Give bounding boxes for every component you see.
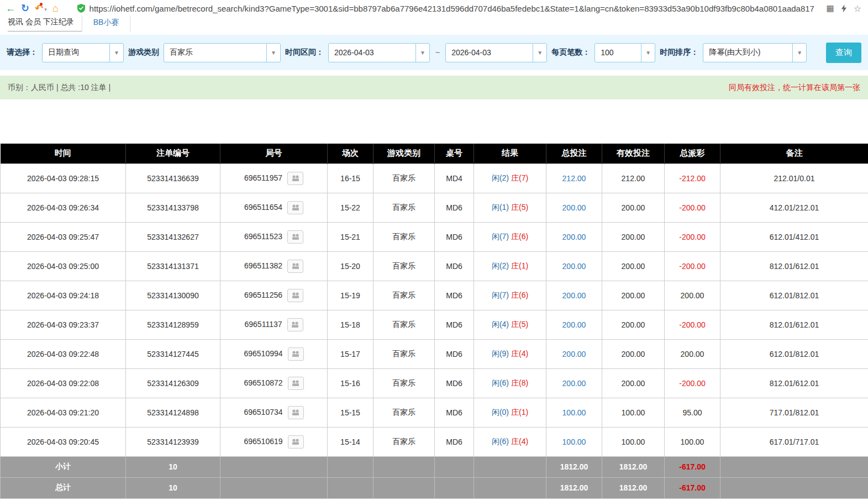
- table-row: 2026-04-03 09:25:00 523314131371 6965113…: [1, 251, 868, 281]
- toolbar-right-icons: ▦ ☆: [826, 3, 862, 14]
- cell-session: 15-17: [328, 339, 373, 368]
- cell-game-type: 百家乐: [373, 339, 435, 368]
- cell-result: 闲(4)庄(5): [474, 310, 546, 339]
- breadcrumb[interactable]: 视讯 会员 下注纪录: [8, 17, 82, 31]
- date-from-input[interactable]: 2026-04-03 ▼: [328, 43, 430, 62]
- undo-button[interactable]: ↶ ▾: [35, 3, 47, 13]
- cell-table-no: MD6: [435, 310, 474, 339]
- sort-select[interactable]: 降幂(由大到小) ▼: [703, 43, 807, 62]
- video-replay-button[interactable]: [288, 435, 304, 449]
- cell-remark: 812.01/612.01: [720, 310, 868, 339]
- total-bet-link[interactable]: 200.00: [562, 320, 586, 329]
- result-banker: 庄(1): [511, 408, 528, 416]
- sort-label: 时间排序：: [660, 48, 698, 57]
- cell-round-id: 696510619: [220, 427, 328, 456]
- total-bet-link[interactable]: 200.00: [562, 203, 586, 212]
- video-replay-button[interactable]: [287, 289, 303, 302]
- cell-session: 16-15: [328, 164, 373, 193]
- cell-valid-bet: 200.00: [602, 251, 665, 281]
- total-bet-link[interactable]: 100.00: [562, 408, 586, 417]
- table-footer: 小计 10 1812.00 1812.00 -617.00 总计 10 1812…: [1, 456, 868, 498]
- cell-payout: 95.00: [665, 398, 720, 427]
- cell-payout: 100.00: [665, 427, 720, 456]
- total-bet-link[interactable]: 212.00: [562, 174, 586, 183]
- col-table-no: 桌号: [435, 144, 474, 164]
- result-banker: 庄(7): [511, 173, 528, 182]
- cell-total-bet: 212.00: [546, 164, 602, 193]
- video-replay-button[interactable]: [288, 406, 304, 419]
- result-player: 闲(2): [492, 173, 509, 182]
- lightning-icon[interactable]: [841, 4, 847, 13]
- date-to-input[interactable]: 2026-04-03 ▼: [445, 43, 547, 62]
- cell-time: 2026-04-03 09:26:34: [1, 193, 126, 222]
- tab-bar: 视讯 会员 下注纪录 BB小赛: [0, 17, 868, 31]
- cell-bet-id: 523314124898: [126, 398, 220, 427]
- currency-total-text: 币别：人民币 | 总共 :10 注单 |: [8, 83, 111, 93]
- cell-valid-bet: 200.00: [602, 281, 665, 310]
- address-bar[interactable]: https://iohetf.com/game/betrecord_search…: [77, 4, 821, 13]
- refresh-icon[interactable]: ↻: [21, 3, 29, 13]
- film-icon: [292, 380, 299, 387]
- result-banker: 庄(4): [511, 349, 528, 358]
- result-banker: 庄(1): [511, 261, 528, 270]
- cell-payout: -200.00: [665, 193, 720, 222]
- cell-time: 2026-04-03 09:25:00: [1, 251, 126, 281]
- cell-payout: -200.00: [665, 310, 720, 339]
- cell-session: 15-14: [328, 427, 373, 456]
- extensions-grid-icon[interactable]: ▦: [826, 3, 834, 13]
- total-valid-bet: 1812.00: [602, 477, 665, 498]
- search-button[interactable]: 查询: [826, 43, 861, 63]
- col-bet-id: 注单编号: [126, 144, 220, 164]
- video-replay-button[interactable]: [288, 347, 304, 361]
- cell-bet-id: 523314136639: [126, 164, 220, 193]
- cell-game-type: 百家乐: [373, 368, 435, 398]
- cell-round-id: 696510872: [220, 368, 328, 398]
- cell-valid-bet: 200.00: [602, 193, 665, 222]
- total-bet-link[interactable]: 200.00: [562, 262, 586, 271]
- video-replay-button[interactable]: [287, 201, 303, 214]
- result-banker: 庄(6): [511, 232, 528, 241]
- cell-time: 2026-04-03 09:24:18: [1, 281, 126, 310]
- col-result: 结果: [474, 144, 546, 164]
- table-row: 2026-04-03 09:28:15 523314136639 6965119…: [1, 164, 868, 193]
- total-bet-link[interactable]: 100.00: [562, 437, 586, 446]
- security-shield-icon: [77, 4, 85, 13]
- video-replay-button[interactable]: [287, 260, 303, 273]
- game-type-select[interactable]: 百家乐 ▼: [164, 43, 281, 62]
- subtotal-total-bet: 1812.00: [546, 456, 602, 477]
- col-game-type: 游戏类别: [373, 144, 435, 164]
- cell-payout: -212.00: [665, 164, 720, 193]
- chevron-down-icon: ▼: [792, 44, 806, 62]
- total-bet-link[interactable]: 200.00: [562, 350, 586, 358]
- cell-remark: 412.01/212.01: [720, 193, 868, 222]
- result-player: 闲(2): [492, 261, 509, 270]
- query-type-select[interactable]: 日期查询 ▼: [42, 43, 124, 62]
- back-icon[interactable]: ←: [6, 3, 15, 13]
- cell-round-id: 696511523: [220, 222, 328, 251]
- total-bet-link[interactable]: 200.00: [562, 233, 586, 241]
- home-icon[interactable]: ⌂: [52, 3, 59, 13]
- video-replay-button[interactable]: [288, 377, 304, 390]
- film-icon: [291, 321, 299, 328]
- cell-result: 闲(0)庄(1): [474, 398, 546, 427]
- tab-bb[interactable]: BB小赛: [82, 16, 131, 31]
- page-size-select[interactable]: 100 ▼: [595, 43, 655, 62]
- chevron-down-icon: ▼: [109, 44, 123, 62]
- film-icon: [292, 234, 299, 240]
- result-player: 闲(7): [492, 291, 509, 299]
- table-row: 2026-04-03 09:20:45 523314123939 6965106…: [1, 427, 868, 456]
- table-row: 2026-04-03 09:22:48 523314127445 6965109…: [1, 339, 868, 368]
- total-bet-link[interactable]: 200.00: [562, 291, 586, 300]
- table-row: 2026-04-03 09:25:47 523314132627 6965115…: [1, 222, 868, 251]
- video-replay-button[interactable]: [287, 172, 303, 185]
- cell-remark: 612.01/412.01: [720, 222, 868, 251]
- cell-round-id: 696511256: [220, 281, 328, 310]
- video-replay-button[interactable]: [287, 230, 303, 244]
- cell-bet-id: 523314123939: [126, 427, 220, 456]
- total-bet-link[interactable]: 200.00: [562, 379, 586, 388]
- video-replay-button[interactable]: [287, 318, 303, 331]
- bookmark-star-icon[interactable]: ☆: [854, 3, 861, 14]
- film-icon: [292, 351, 299, 357]
- cell-total-bet: 200.00: [546, 281, 602, 310]
- result-banker: 庄(5): [511, 203, 528, 212]
